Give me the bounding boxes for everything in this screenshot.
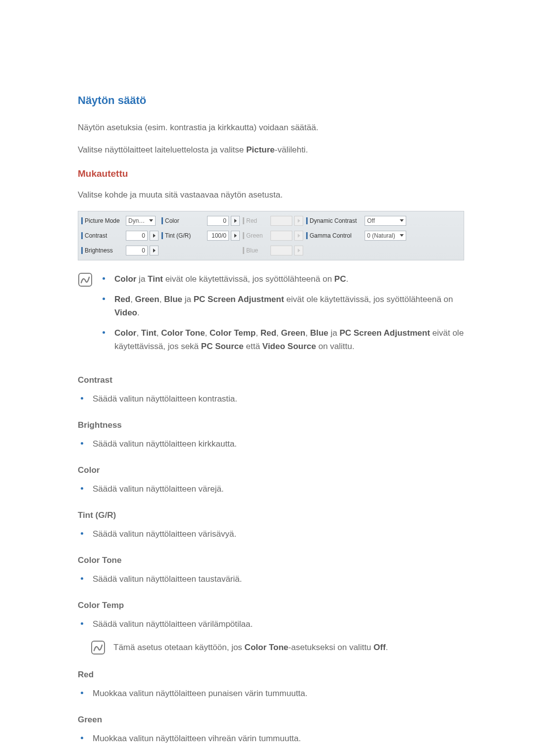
contrast-value[interactable]: 0 xyxy=(126,231,148,241)
red-stepper xyxy=(294,216,303,226)
chevron-right-icon xyxy=(153,234,156,238)
intro-text-2: Valitse näyttölaitteet laiteluettelosta … xyxy=(78,143,476,156)
list-item: Muokkaa valitun näyttölaitteen vihreän v… xyxy=(78,732,476,745)
heading-color: Color xyxy=(78,465,476,475)
list-item: Säädä valitun näyttölaitteen taustaväriä… xyxy=(78,572,476,586)
heading-colortemp: Color Temp xyxy=(78,601,476,610)
label-brightness: Brightness xyxy=(81,247,124,254)
chevron-right-icon xyxy=(234,234,237,238)
bold-picture: Picture xyxy=(246,145,275,154)
section-custom: Mukautettu xyxy=(78,168,476,179)
color-value[interactable]: 0 xyxy=(207,216,229,226)
note-icon xyxy=(91,640,106,655)
label-gamma-control: Gamma Control xyxy=(306,232,363,239)
label-blue: Blue xyxy=(243,247,268,254)
label-green: Green xyxy=(243,232,268,239)
text: Valitse näyttölaitteet laiteluettelosta … xyxy=(78,145,246,154)
text: -välilehti. xyxy=(275,145,308,154)
list-item: Säädä valitun näyttölaitteen värejä. xyxy=(78,482,476,496)
heading-red: Red xyxy=(78,670,476,680)
chevron-down-icon xyxy=(149,219,153,222)
red-value xyxy=(270,216,292,226)
brightness-stepper[interactable] xyxy=(150,246,159,255)
list-item: Säädä valitun näyttölaitteen värilämpöti… xyxy=(78,617,476,631)
chevron-down-icon xyxy=(400,234,404,237)
brightness-value[interactable]: 0 xyxy=(126,246,148,255)
label-tint: Tint (G/R) xyxy=(161,232,205,239)
label-color: Color xyxy=(161,217,205,224)
blue-value xyxy=(270,246,292,255)
tint-stepper[interactable] xyxy=(231,231,240,241)
intro-text-1: Näytön asetuksia (esim. kontrastia ja ki… xyxy=(78,121,476,134)
chevron-down-icon xyxy=(400,219,404,222)
picture-mode-select[interactable]: Dyn… xyxy=(126,216,156,226)
green-stepper xyxy=(294,231,303,241)
label-contrast: Contrast xyxy=(81,232,124,239)
list-item: Säädä valitun näyttölaitteen värisävyä. xyxy=(78,527,476,541)
dynamic-contrast-select[interactable]: Off xyxy=(365,216,406,226)
note-item-1: Color ja Tint eivät ole käytettävissä, j… xyxy=(100,272,476,286)
list-item: Säädä valitun näyttölaitteen kirkkautta. xyxy=(78,437,476,451)
chevron-right-icon xyxy=(153,249,156,252)
heading-contrast: Contrast xyxy=(78,375,476,385)
heading-colortone: Color Tone xyxy=(78,555,476,565)
color-stepper[interactable] xyxy=(231,216,240,226)
gamma-control-select[interactable]: 0 (Natural) xyxy=(365,231,406,241)
tint-value[interactable]: 100/0 xyxy=(207,231,229,241)
chevron-right-icon xyxy=(234,219,237,223)
colortemp-note: Tämä asetus otetaan käyttöön, jos Color … xyxy=(113,643,388,653)
list-item: Muokkaa valitun näyttölaitteen punaisen … xyxy=(78,687,476,700)
note-item-2: Red, Green, Blue ja PC Screen Adjustment… xyxy=(100,293,476,319)
label-picture-mode: Picture Mode xyxy=(81,217,124,224)
page-title: Näytön säätö xyxy=(78,94,476,107)
label-dynamic-contrast: Dynamic Contrast xyxy=(306,217,363,224)
note-item-3: Color, Tint, Color Tone, Color Temp, Red… xyxy=(100,326,476,353)
contrast-stepper[interactable] xyxy=(150,231,159,241)
note-icon xyxy=(78,272,93,287)
heading-brightness: Brightness xyxy=(78,420,476,430)
custom-desc: Valitse kohde ja muuta sitä vastaavaa nä… xyxy=(78,188,476,202)
list-item: Säädä valitun näyttölaitteen kontrastia. xyxy=(78,392,476,405)
blue-stepper xyxy=(294,246,303,255)
picture-settings-panel: Picture Mode Dyn… Contrast 0 Brightness … xyxy=(78,211,464,260)
heading-tint: Tint (G/R) xyxy=(78,510,476,520)
heading-green: Green xyxy=(78,715,476,725)
green-value xyxy=(270,231,292,241)
label-red: Red xyxy=(243,217,268,224)
